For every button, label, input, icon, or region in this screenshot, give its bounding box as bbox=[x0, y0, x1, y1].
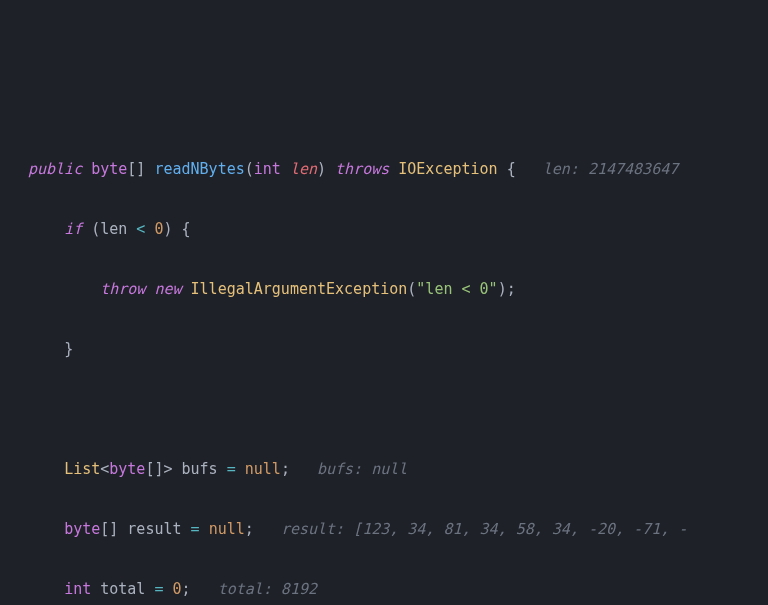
brackets: [] bbox=[145, 460, 163, 478]
semi: ; bbox=[245, 520, 254, 538]
keyword-public: public bbox=[28, 160, 82, 178]
number: 0 bbox=[173, 580, 182, 598]
paren: ) bbox=[317, 160, 326, 178]
brace: } bbox=[64, 340, 73, 358]
code-line[interactable]: public byte[] readNBytes(int len) throws… bbox=[0, 154, 768, 184]
type-byte: byte bbox=[64, 520, 100, 538]
inlay-hint: result: [123, 34, 81, 34, 58, 34, -20, -… bbox=[281, 520, 687, 538]
op-lt: < bbox=[127, 220, 154, 238]
code-line[interactable]: int total = 0; total: 8192 bbox=[0, 574, 768, 604]
brackets: [] bbox=[127, 160, 145, 178]
op-assign: = bbox=[182, 520, 209, 538]
code-line[interactable]: } bbox=[0, 334, 768, 364]
type-byte: byte bbox=[91, 160, 127, 178]
code-editor[interactable]: public byte[] readNBytes(int len) throws… bbox=[0, 120, 768, 605]
inlay-hint: len: 2147483647 bbox=[543, 160, 678, 178]
var-result: result bbox=[127, 520, 181, 538]
var-bufs: bufs bbox=[182, 460, 218, 478]
type-list: List bbox=[64, 460, 100, 478]
paren-brace: ) { bbox=[163, 220, 190, 238]
string-literal: "len < 0" bbox=[416, 280, 497, 298]
paren: ( bbox=[407, 280, 416, 298]
var-len: len bbox=[100, 220, 127, 238]
class-ioexception: IOException bbox=[398, 160, 497, 178]
paren: ( bbox=[245, 160, 254, 178]
op-assign: = bbox=[218, 460, 245, 478]
inlay-hint: bufs: null bbox=[317, 460, 407, 478]
code-line[interactable]: List<byte[]> bufs = null; bufs: null bbox=[0, 454, 768, 484]
keyword-new: new bbox=[154, 280, 181, 298]
null-literal: null bbox=[209, 520, 245, 538]
angle: < bbox=[100, 460, 109, 478]
inlay-hint: total: 8192 bbox=[218, 580, 317, 598]
code-line[interactable]: byte[] result = null; result: [123, 34, … bbox=[0, 514, 768, 544]
code-line[interactable]: throw new IllegalArgumentException("len … bbox=[0, 274, 768, 304]
param-len: len bbox=[290, 160, 317, 178]
keyword-if: if bbox=[64, 220, 82, 238]
null-literal: null bbox=[245, 460, 281, 478]
semi: ; bbox=[182, 580, 191, 598]
semi: ; bbox=[281, 460, 290, 478]
class-illegalargument: IllegalArgumentException bbox=[191, 280, 408, 298]
keyword-throws: throws bbox=[335, 160, 389, 178]
paren: ); bbox=[498, 280, 516, 298]
var-total: total bbox=[100, 580, 145, 598]
op-assign: = bbox=[145, 580, 172, 598]
angle: > bbox=[163, 460, 172, 478]
type-int: int bbox=[254, 160, 281, 178]
brace: { bbox=[498, 160, 516, 178]
code-line-blank[interactable] bbox=[0, 394, 768, 424]
brackets: [] bbox=[100, 520, 127, 538]
type-byte: byte bbox=[109, 460, 145, 478]
paren: ( bbox=[82, 220, 100, 238]
keyword-throw: throw bbox=[100, 280, 145, 298]
type-int: int bbox=[64, 580, 91, 598]
code-line[interactable]: if (len < 0) { bbox=[0, 214, 768, 244]
method-name: readNBytes bbox=[154, 160, 244, 178]
